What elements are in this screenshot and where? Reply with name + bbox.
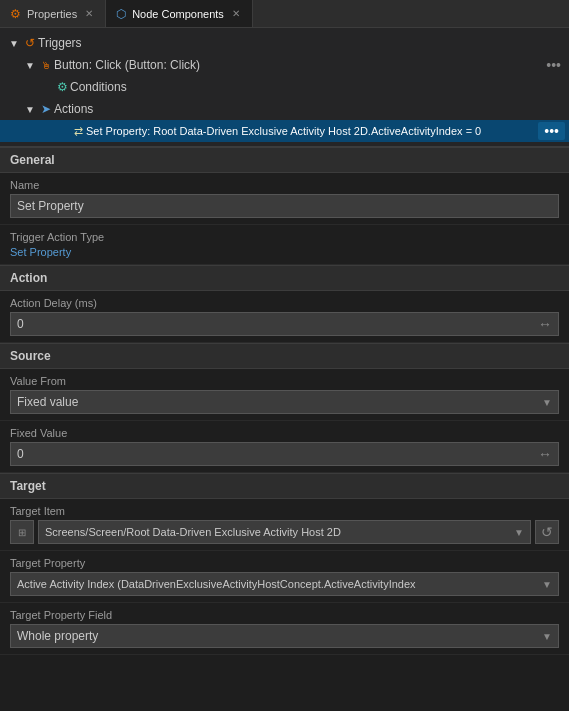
trigger-action-type-value: Set Property (10, 246, 559, 258)
action-delay-group: Action Delay (ms) ↔ (0, 291, 569, 343)
actions-label: Actions (54, 102, 565, 116)
properties-tab-icon: ⚙ (10, 7, 21, 21)
target-item-group: Target Item ⊞ Screens/Screen/Root Data-D… (0, 499, 569, 551)
value-from-select[interactable]: Fixed value ▼ (10, 390, 559, 414)
set-property-label: Set Property: Root Data-Driven Exclusive… (86, 125, 538, 137)
button-click-label: Button: Click (Button: Click) (54, 58, 542, 72)
triggers-label: Triggers (38, 36, 565, 50)
fixed-value-expand-icon[interactable]: ↔ (538, 446, 552, 462)
action-delay-input-field[interactable] (17, 317, 538, 331)
tab-node-components[interactable]: ⬡ Node Components ✕ (106, 0, 253, 27)
tab-bar: ⚙ Properties ✕ ⬡ Node Components ✕ (0, 0, 569, 28)
trigger-action-type-group: Trigger Action Type Set Property (0, 225, 569, 265)
target-item-value: Screens/Screen/Root Data-Driven Exclusiv… (45, 526, 341, 538)
value-from-arrow-icon: ▼ (542, 397, 552, 408)
action-delay-expand-icon[interactable]: ↔ (538, 316, 552, 332)
detail-panel: General Name Trigger Action Type Set Pro… (0, 147, 569, 655)
target-item-arrow-icon: ▼ (514, 527, 524, 538)
tab-properties-close[interactable]: ✕ (83, 6, 95, 21)
conditions-label: Conditions (70, 80, 565, 94)
name-field-group: Name (0, 173, 569, 225)
value-from-value: Fixed value (17, 395, 78, 409)
tree-row-conditions[interactable]: ▶ ⚙ Conditions (0, 76, 569, 98)
target-item-select[interactable]: Screens/Screen/Root Data-Driven Exclusiv… (38, 520, 531, 544)
target-property-arrow-icon: ▼ (542, 579, 552, 590)
target-property-label: Target Property (10, 557, 559, 569)
set-property-menu[interactable]: ••• (538, 122, 565, 140)
general-section-header: General (0, 147, 569, 173)
target-property-select[interactable]: Active Activity Index (DataDrivenExclusi… (10, 572, 559, 596)
actions-expand-arrow[interactable]: ▼ (22, 104, 38, 115)
action-delay-label: Action Delay (ms) (10, 297, 559, 309)
target-property-field-label: Target Property Field (10, 609, 559, 621)
name-label: Name (10, 179, 559, 191)
action-section-header: Action (0, 265, 569, 291)
tree-row-actions[interactable]: ▼ ➤ Actions (0, 98, 569, 120)
tab-node-components-label: Node Components (132, 8, 224, 20)
name-input-field[interactable] (17, 199, 552, 213)
actions-icon: ➤ (38, 102, 54, 116)
set-property-icon: ⇄ (70, 125, 86, 138)
tree-row-triggers[interactable]: ▼ ↺ Triggers (0, 32, 569, 54)
value-from-label: Value From (10, 375, 559, 387)
button-click-menu[interactable]: ••• (542, 57, 565, 73)
target-property-field-group: Target Property Field Whole property ▼ (0, 603, 569, 655)
target-property-group: Target Property Active Activity Index (D… (0, 551, 569, 603)
triggers-icon: ↺ (22, 36, 38, 50)
source-section-header: Source (0, 343, 569, 369)
target-property-field-arrow-icon: ▼ (542, 631, 552, 642)
target-property-field-select[interactable]: Whole property ▼ (10, 624, 559, 648)
node-components-tab-icon: ⬡ (116, 7, 126, 21)
target-item-label: Target Item (10, 505, 559, 517)
target-property-value: Active Activity Index (DataDrivenExclusi… (17, 578, 416, 590)
tree-panel: ▼ ↺ Triggers ▼ 🖱 Button: Click (Button: … (0, 28, 569, 146)
target-item-refresh-button[interactable]: ↺ (535, 520, 559, 544)
fixed-value-input[interactable]: ↔ (10, 442, 559, 466)
target-item-row: ⊞ Screens/Screen/Root Data-Driven Exclus… (10, 520, 559, 544)
value-from-group: Value From Fixed value ▼ (0, 369, 569, 421)
target-section-header: Target (0, 473, 569, 499)
triggers-expand-arrow[interactable]: ▼ (6, 38, 22, 49)
fixed-value-group: Fixed Value ↔ (0, 421, 569, 473)
button-click-icon: 🖱 (38, 60, 54, 71)
target-property-field-value: Whole property (17, 629, 98, 643)
button-click-expand-arrow[interactable]: ▼ (22, 60, 38, 71)
name-input[interactable] (10, 194, 559, 218)
tree-row-button-click[interactable]: ▼ 🖱 Button: Click (Button: Click) ••• (0, 54, 569, 76)
conditions-icon: ⚙ (54, 80, 70, 94)
tab-node-components-close[interactable]: ✕ (230, 6, 242, 21)
fixed-value-label: Fixed Value (10, 427, 559, 439)
trigger-action-type-label: Trigger Action Type (10, 231, 559, 243)
tree-row-set-property[interactable]: ▶ ⇄ Set Property: Root Data-Driven Exclu… (0, 120, 569, 142)
tab-properties[interactable]: ⚙ Properties ✕ (0, 0, 106, 27)
fixed-value-input-field[interactable] (17, 447, 538, 461)
tab-properties-label: Properties (27, 8, 77, 20)
target-item-grid-icon: ⊞ (10, 520, 34, 544)
action-delay-input[interactable]: ↔ (10, 312, 559, 336)
